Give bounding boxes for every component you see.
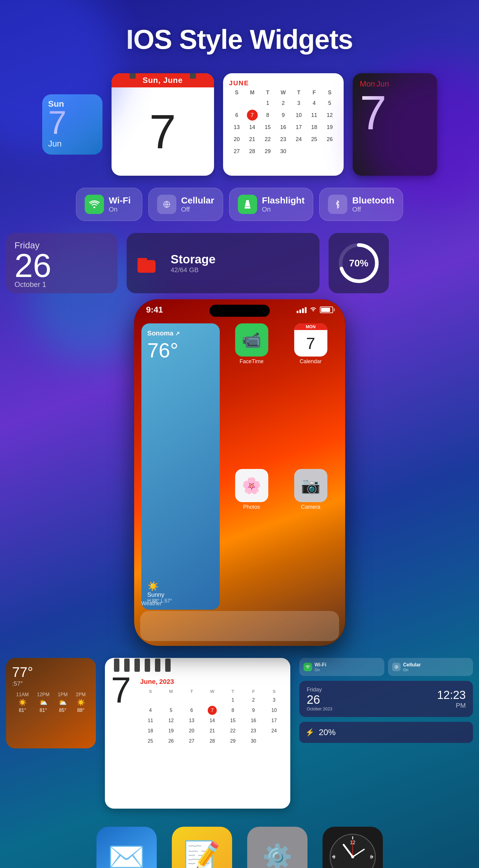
weather-widget-phone[interactable]: Sonoma ↗ 76° ☀️ Sunny H:88° L:57° — [141, 323, 220, 610]
calendar-medium-header: Sun, June — [112, 73, 214, 87]
calendar-day-25: 25 — [309, 134, 320, 145]
mail-app-icon[interactable]: ✉️ — [96, 827, 157, 868]
calendar-day-21: 21 — [247, 134, 258, 145]
calendar-day-8: 8 — [262, 110, 273, 121]
hour-3: 1PM ⛅ 85° — [58, 692, 67, 713]
cellular-control[interactable]: Cellular Off — [148, 188, 223, 221]
jh-w: W — [202, 689, 222, 694]
calendar-app-icon: MON 7 — [294, 323, 327, 356]
calendar-grid-widget[interactable]: JUNE S M T W T F S 123456789101112131415… — [223, 73, 343, 176]
date-widget-day: Friday — [14, 240, 109, 250]
jh-f: F — [243, 689, 264, 694]
mini-wifi-sub: On — [315, 668, 326, 672]
calendar-grid-headers: S M T W T F S — [229, 90, 338, 96]
calendar-dark-widget[interactable]: Mon Jun 7 — [353, 73, 437, 176]
hour-2-icon: ⛅ — [39, 699, 47, 707]
controls-row: Wi-Fi On Cellular Off — [0, 188, 479, 221]
wifi-status: On — [109, 206, 131, 213]
circle-widget-1[interactable]: 70% — [329, 233, 389, 293]
svg-marker-4 — [244, 202, 250, 209]
hour-4-temp: 88° — [77, 708, 84, 713]
weather-city: Sonoma ↗ — [147, 330, 214, 337]
calendar-grid-days: 1234567891011121314151617181920212223242… — [229, 98, 338, 157]
calendar-day-1: 1 — [262, 98, 273, 108]
settings-app-icon[interactable]: ⚙️ — [247, 827, 307, 868]
battery-widget[interactable]: ⚡ 20% — [299, 722, 473, 743]
grid-header-s: S — [229, 90, 244, 96]
calendar-day-24: 24 — [293, 134, 304, 145]
calendar-day-7: 7 — [247, 110, 258, 121]
cal-june-widget[interactable]: 7 June, 2023 S M T W T F S 1234567891011… — [105, 658, 290, 809]
june-day-11: 11 — [146, 716, 155, 725]
photos-app[interactable]: 🌸 Photos — [224, 469, 279, 610]
bluetooth-control[interactable]: Bluetooth Off — [319, 188, 403, 221]
june-day-6: 6 — [187, 706, 196, 715]
dt-num: 26 — [306, 693, 332, 707]
hour-1: 11AM ☀️ 81° — [16, 692, 29, 713]
svg-rect-5 — [245, 206, 250, 207]
flashlight-control[interactable]: Flashlight On — [229, 188, 313, 221]
calendar-small-month: Jun — [48, 139, 96, 149]
june-day-12: 12 — [167, 716, 175, 725]
june-day-20: 20 — [187, 726, 196, 735]
june-day-7: 7 — [208, 706, 217, 715]
june-day-14: 14 — [208, 716, 217, 725]
weather-sun-icon: ☀️ — [147, 581, 214, 591]
date-widget[interactable]: Friday 26 October 1 — [6, 233, 118, 293]
calendar-day-14: 14 — [247, 122, 258, 133]
date-time-widget[interactable]: Friday 26 October 2023 12:23 PM — [299, 681, 473, 717]
june-day-24: 24 — [269, 726, 278, 735]
clock-face: 12 3 6 9 — [329, 833, 377, 868]
signal-bar-3 — [302, 308, 304, 313]
calendar-day-3: 3 — [293, 98, 304, 108]
june-day-13: 13 — [187, 716, 196, 725]
cal-june-title: June, 2023 — [140, 678, 285, 686]
mini-wifi-icon — [304, 663, 312, 671]
page-title: IOS Style Widgets — [0, 0, 479, 73]
weather-hourly-widget[interactable]: 77° :57° 11AM ☀️ 81° 12PM ⛅ 81° 1PM ⛅ 85… — [6, 658, 96, 748]
calendar-day-4: 4 — [309, 98, 320, 108]
phone-wallpaper: 9:41 — [134, 299, 345, 646]
mini-wifi-pill[interactable]: Wi-Fi On — [299, 658, 384, 676]
calendar-small-widget[interactable]: Sun 7 Jun — [42, 94, 102, 155]
mini-cellular-pill[interactable]: Cellular On — [388, 658, 473, 676]
battery-charging-icon: ⚡ — [305, 728, 315, 737]
june-day-26: 26 — [167, 737, 175, 746]
calendar-medium-widget[interactable]: Sun, June 7 — [112, 73, 214, 176]
weather-condition: Sunny — [147, 591, 214, 598]
june-day-16: 16 — [249, 716, 258, 725]
hour-2: 12PM ⛅ 81° — [37, 692, 50, 713]
calendar-medium-day: 7 — [112, 87, 214, 176]
calendar-day-17: 17 — [293, 122, 304, 133]
notes-app-icon[interactable]: 📝 — [172, 827, 232, 868]
flashlight-label: Flashlight — [262, 195, 305, 206]
weather-hourly-temp: 77° — [12, 664, 90, 680]
camera-icon: 📷 — [294, 469, 327, 502]
connectivity-bar: Wi-Fi On Cellular On — [299, 658, 473, 676]
dt-time-value: 12:23 — [437, 689, 466, 701]
storage-widget[interactable]: Storage 42/64 GB — [127, 233, 320, 293]
svg-point-11 — [307, 668, 308, 669]
calendar-row: Sun 7 Jun Sun, June 7 JUNE S M T W T F S… — [0, 73, 479, 176]
calendar-day-18: 18 — [309, 122, 320, 133]
hour-4-time: 2PM — [76, 692, 86, 698]
mini-wifi-text: Wi-Fi On — [315, 662, 326, 672]
facetime-icon: 📹 — [235, 323, 268, 356]
camera-app[interactable]: 📷 Camera — [284, 469, 338, 610]
battery-icon — [320, 307, 333, 313]
calendar-app[interactable]: MON 7 Calendar — [284, 323, 338, 464]
cellular-text: Cellular Off — [181, 195, 214, 213]
facetime-app[interactable]: 📹 FaceTime — [224, 323, 279, 464]
grid-header-t: T — [260, 90, 275, 96]
mini-cellular-sub: On — [403, 668, 421, 672]
june-empty — [146, 695, 155, 705]
clock-app-icon[interactable]: 12 3 6 9 — [323, 827, 383, 868]
june-day-19: 19 — [167, 726, 175, 735]
june-empty — [208, 695, 217, 705]
cellular-icon — [157, 195, 176, 214]
ring-4 — [145, 658, 150, 672]
calendar-day-19: 19 — [324, 122, 335, 133]
wifi-control[interactable]: Wi-Fi On — [76, 188, 142, 221]
mini-cellular-icon — [392, 663, 400, 671]
calendar-day-29: 29 — [262, 146, 273, 157]
